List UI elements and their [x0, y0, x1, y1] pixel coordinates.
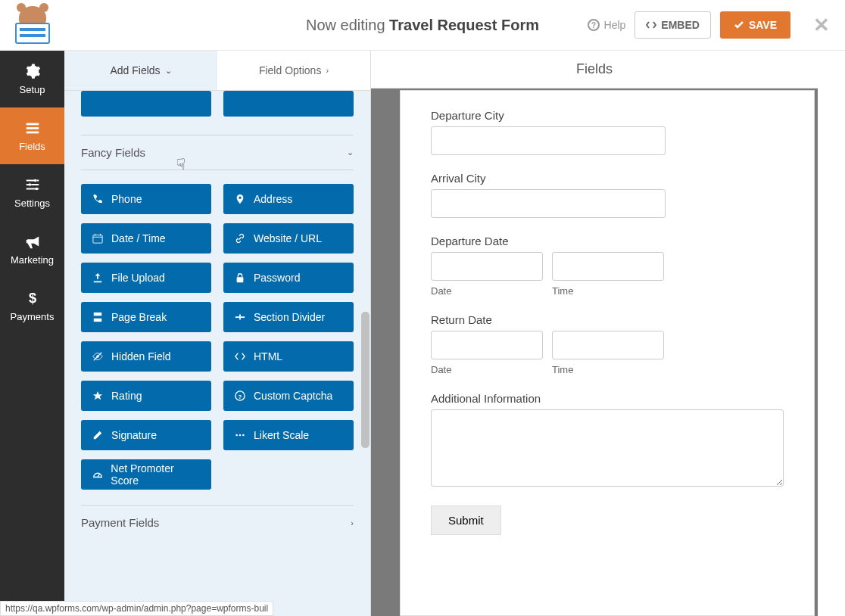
phone-icon [92, 193, 104, 205]
help-icon: ? [588, 19, 600, 31]
field-likert[interactable]: Likert Scale [223, 420, 354, 450]
field-additional-info[interactable]: Additional Information [431, 392, 784, 489]
fields-panel: Add Fields⌄ Field Options› Fancy Fields … [64, 51, 371, 616]
status-bar-url: https://qa.wpforms.com/wp-admin/admin.ph… [0, 601, 273, 616]
nav-settings-label: Settings [14, 198, 50, 209]
chevron-right-icon: › [326, 66, 329, 75]
label-additional: Additional Information [431, 392, 784, 405]
star-icon [92, 390, 104, 402]
main-heading: Fields [371, 51, 818, 89]
field-phone[interactable]: Phone [81, 184, 211, 214]
label-departure-city: Departure City [431, 109, 784, 122]
upload-icon [92, 272, 104, 284]
input-return-time[interactable] [552, 331, 664, 359]
svg-point-6 [28, 183, 31, 186]
svg-text:$: $ [28, 290, 36, 306]
field-pagebreak[interactable]: Page Break [81, 302, 211, 332]
section-fancy-fields[interactable]: Fancy Fields ⌄ [81, 135, 354, 170]
svg-point-7 [35, 188, 38, 191]
check-icon [734, 20, 744, 30]
eye-slash-icon [92, 350, 104, 362]
sliders-icon [24, 176, 41, 193]
nav-setup[interactable]: Setup [0, 51, 64, 107]
input-departure-city[interactable] [431, 126, 666, 155]
nav-fields-label: Fields [19, 141, 45, 152]
field-html[interactable]: HTML [223, 341, 354, 372]
chevron-down-icon: ⌄ [347, 148, 354, 157]
header-bar: Now editing Travel Request Form ? Help E… [0, 0, 845, 51]
form-icon [24, 120, 41, 136]
svg-rect-2 [26, 123, 39, 126]
scrollbar-leftpanel[interactable] [361, 312, 369, 448]
textarea-additional[interactable] [431, 409, 784, 487]
svg-point-17 [239, 434, 242, 437]
nav-setup-label: Setup [20, 84, 45, 95]
svg-point-16 [235, 434, 238, 437]
field-hidden[interactable]: Hidden Field [81, 341, 211, 372]
gauge-icon [92, 468, 103, 481]
input-arrival-city[interactable] [431, 189, 666, 218]
nav-payments-label: Payments [11, 311, 55, 322]
tab-field-options[interactable]: Field Options› [217, 51, 370, 90]
sublabel-time: Time [552, 285, 664, 297]
svg-rect-4 [26, 132, 39, 134]
field-departure-date[interactable]: Departure Date Date Time [431, 235, 784, 297]
section-payment-fields[interactable]: Payment Fields › [81, 505, 354, 540]
input-departure-time[interactable] [552, 252, 664, 281]
field-arrival-city[interactable]: Arrival City [431, 172, 784, 218]
svg-rect-10 [237, 277, 244, 282]
main-area: Fields Departure City Arrival City Depar… [371, 51, 818, 616]
field-departure-city[interactable]: Departure City [431, 109, 784, 155]
gear-icon [24, 63, 41, 79]
field-fileupload[interactable]: File Upload [81, 263, 211, 293]
label-departure-date: Departure Date [431, 235, 784, 247]
save-button[interactable]: SAVE [720, 11, 790, 39]
field-address[interactable]: Address [223, 184, 354, 214]
prev-field-cutoff-2[interactable] [223, 91, 354, 117]
pin-icon [234, 193, 246, 205]
field-nps[interactable]: Net Promoter Score [81, 459, 211, 490]
nav-settings[interactable]: Settings [0, 164, 64, 221]
svg-rect-12 [94, 319, 102, 322]
pencil-icon [92, 429, 104, 441]
field-divider[interactable]: Section Divider [223, 302, 354, 332]
field-website[interactable]: Website / URL [223, 223, 354, 254]
svg-rect-9 [93, 235, 102, 244]
lock-icon [234, 272, 246, 284]
question-icon: ? [234, 390, 246, 402]
input-return-date[interactable] [431, 331, 543, 359]
nav-fields[interactable]: Fields [0, 107, 64, 164]
bullhorn-icon [24, 233, 41, 250]
chevron-down-icon: ⌄ [165, 66, 172, 76]
nav-marketing[interactable]: Marketing [0, 221, 64, 278]
sublabel-time: Time [552, 364, 664, 375]
nav-payments[interactable]: $ Payments [0, 278, 64, 334]
svg-rect-11 [94, 313, 102, 316]
input-departure-date[interactable] [431, 252, 543, 281]
sublabel-date: Date [431, 285, 543, 297]
close-icon[interactable]: ✕ [813, 14, 830, 37]
nav-marketing-label: Marketing [11, 254, 54, 266]
svg-point-18 [242, 434, 245, 437]
field-datetime[interactable]: Date / Time [81, 223, 211, 254]
form-preview: Departure City Arrival City Departure Da… [400, 90, 815, 616]
submit-button[interactable]: Submit [431, 506, 501, 535]
help-link[interactable]: ? Help [588, 19, 626, 31]
field-return-date[interactable]: Return Date Date Time [431, 313, 784, 375]
label-arrival-city: Arrival City [431, 172, 784, 185]
svg-point-5 [33, 179, 36, 182]
tab-add-fields[interactable]: Add Fields⌄ [64, 51, 217, 90]
svg-text:?: ? [239, 394, 242, 400]
sublabel-date: Date [431, 364, 543, 375]
ellipsis-icon [234, 429, 246, 441]
prev-field-cutoff-1[interactable] [81, 91, 211, 117]
svg-text:?: ? [591, 21, 595, 30]
dollar-icon: $ [24, 290, 41, 306]
svg-rect-3 [26, 127, 39, 129]
field-password[interactable]: Password [223, 263, 354, 293]
wpforms-logo [9, 6, 56, 44]
field-rating[interactable]: Rating [81, 381, 211, 411]
field-signature[interactable]: Signature [81, 420, 211, 450]
field-captcha[interactable]: ?Custom Captcha [223, 381, 354, 411]
embed-button[interactable]: EMBED [635, 11, 711, 39]
